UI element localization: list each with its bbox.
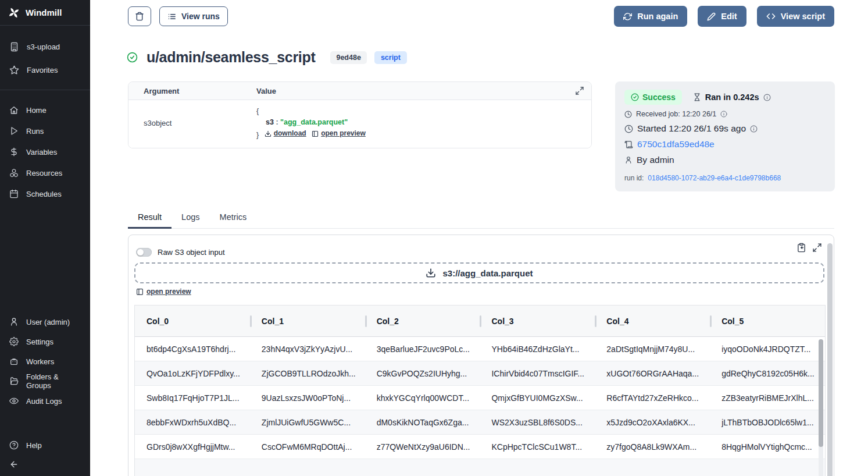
user-icon <box>9 317 19 326</box>
table-cell: dM0sKikNOTaqGx6Zga... <box>365 418 480 427</box>
sidebar-item-label: Schedules <box>26 190 62 198</box>
table-cell: YHb64iB46ZdHzGlaYt... <box>480 344 595 354</box>
column-header[interactable]: Col_4 <box>595 306 710 336</box>
sidebar-item-label: Favorites <box>27 66 58 74</box>
table-cell: zZB3eatyrRiBMEJrXlhL... <box>710 393 825 403</box>
run-again-button[interactable]: Run again <box>614 6 687 27</box>
clock-icon <box>624 111 632 118</box>
column-header[interactable]: Col_0 <box>135 306 250 336</box>
sidebar-item-settings[interactable]: Settings <box>0 332 90 351</box>
copy-clipboard-icon[interactable] <box>796 243 806 253</box>
table-row <box>135 459 825 476</box>
table-cell: z77QWeNtXzy9aU6IDN... <box>365 442 480 452</box>
windmill-logo[interactable]: Windmill <box>0 0 90 26</box>
sidebar-item-schedules[interactable]: Schedules <box>0 183 90 204</box>
received-job-time: Received job: 12:20 26/1 <box>636 110 716 118</box>
sidebar-item-user[interactable]: User (admin) <box>0 312 90 332</box>
edit-button[interactable]: Edit <box>698 6 746 27</box>
table-scrollbar[interactable] <box>819 339 823 476</box>
value-column-header: Value <box>256 87 276 95</box>
info-icon[interactable] <box>763 94 771 101</box>
table-cell: zy7fgoQ8A8Lk9WXAm... <box>595 442 710 452</box>
script-kind-badge: script <box>374 51 407 64</box>
folder-icon <box>9 376 19 386</box>
calendar-icon <box>9 189 19 198</box>
sidebar-item-s3-upload[interactable]: s3-upload <box>0 35 90 58</box>
run-id-link[interactable]: 018d4580-1072-ab29-e6a4-c1de9798b668 <box>648 174 781 182</box>
sidebar-item-label: Runs <box>26 127 44 136</box>
table-cell: QvOa1oLzKFjYDFPdlxy... <box>135 369 250 378</box>
view-runs-button[interactable]: View runs <box>159 6 228 26</box>
sidebar-item-home[interactable]: Home <box>0 100 90 120</box>
arguments-table-header: Argument Value <box>128 82 591 100</box>
main-content: View runs Run again Edit View script u/a… <box>90 0 868 476</box>
sidebar-item-label: Audit Logs <box>26 397 62 406</box>
column-header[interactable]: Col_5 <box>710 306 825 336</box>
view-script-button[interactable]: View script <box>757 6 834 27</box>
json-open-brace: { <box>256 106 366 117</box>
sidebar: Windmill s3-upload Favorites Home <box>0 0 90 476</box>
windmill-pinwheel-icon <box>8 7 20 19</box>
json-key: s3 <box>266 118 274 126</box>
column-header[interactable]: Col_2 <box>365 306 480 336</box>
tab-result[interactable]: Result <box>128 207 172 229</box>
hourglass-icon <box>693 93 701 101</box>
column-header[interactable]: Col_1 <box>250 306 365 336</box>
code-icon <box>766 12 776 21</box>
script-hash-badge[interactable]: 9ed48e <box>330 51 366 64</box>
table-cell: CscOFwM6MRqDOttAj... <box>250 442 365 452</box>
argument-name: s3object <box>128 106 256 141</box>
expand-icon[interactable] <box>812 243 822 253</box>
check-circle-icon <box>631 93 639 101</box>
result-panel-scrollbar[interactable] <box>827 243 833 476</box>
table-row: GDrs0j8wXXgfHgjjMtw... CscOFwM6MRqDOttAj… <box>135 435 825 459</box>
info-icon[interactable] <box>750 125 758 133</box>
expand-icon[interactable] <box>575 86 584 95</box>
sidebar-item-label: Workers <box>26 357 54 366</box>
sidebar-workspace-section: s3-upload Favorites <box>0 26 90 87</box>
gear-icon <box>9 337 19 346</box>
sidebar-item-help[interactable]: Help <box>0 435 90 455</box>
sidebar-item-favorites[interactable]: Favorites <box>0 58 90 81</box>
tab-logs[interactable]: Logs <box>172 207 209 229</box>
home-icon <box>9 105 19 115</box>
sidebar-item-variables[interactable]: Variables <box>0 141 90 162</box>
raw-s3-toggle[interactable] <box>136 248 152 257</box>
table-cell: GDrs0j8wXXgfHgjjMtw... <box>135 442 250 452</box>
delete-button[interactable] <box>128 6 151 26</box>
table-row: QvOa1oLzKFjYDFPdlxy... ZjGCOB9TLLROdzoJk… <box>135 361 825 386</box>
column-header[interactable]: Col_3 <box>480 306 595 336</box>
info-icon[interactable] <box>720 111 727 118</box>
sidebar-item-label: User (admin) <box>26 318 70 326</box>
scroll-icon <box>624 140 633 149</box>
sidebar-item-runs[interactable]: Runs <box>0 120 90 141</box>
table-cell: xUGOt76ORGrAAHaqa... <box>595 369 710 378</box>
result-panel: Raw S3 object input s3://agg_data.parque… <box>128 235 834 476</box>
s3-file-download-box[interactable]: s3://agg_data.parquet <box>134 262 824 283</box>
table-row: 8ebbFxWDxrh5uXdBQ... ZjmlJUiGwfU5GWw5C..… <box>135 410 825 435</box>
sidebar-item-label: Help <box>26 441 42 450</box>
table-cell: iyqoODoNk4JRDQTZT... <box>710 344 825 354</box>
table-cell: 8HqgHMolVYtighQcmc... <box>710 442 825 452</box>
started-time: Started 12:20 26/1 69s ago <box>637 123 746 134</box>
sidebar-item-audit-logs[interactable]: Audit Logs <box>0 391 90 411</box>
collapse-sidebar-button[interactable] <box>0 455 90 476</box>
table-cell: Swb8Iq17FqHjoT7P1JL... <box>135 393 250 403</box>
table-cell: 3qeBarlueJF2uvc9PoLc... <box>365 344 480 354</box>
sidebar-item-folders-groups[interactable]: Folders & Groups <box>0 371 90 391</box>
arrow-left-icon <box>9 460 81 469</box>
script-header: u/admin/seamless_script 9ed48e script <box>127 49 407 66</box>
run-status-panel: Success Ran in 0.242s Received job: 12:2… <box>615 81 835 191</box>
sidebar-item-workers[interactable]: Workers <box>0 351 90 371</box>
download-link[interactable]: download <box>265 128 306 139</box>
toolbar-right: Run again Edit View script <box>614 6 834 27</box>
job-hash-link[interactable]: 6750c1dfa59ed48e <box>637 139 715 150</box>
sidebar-item-label: Home <box>26 106 47 115</box>
argument-value-json: { s3 : "agg_data.parquet" } download <box>256 106 366 141</box>
tab-metrics[interactable]: Metrics <box>210 207 257 229</box>
open-preview-link[interactable]: open preview <box>136 287 191 296</box>
open-preview-link[interactable]: open preview <box>312 128 366 139</box>
raw-s3-toggle-row: Raw S3 object input <box>136 248 225 257</box>
table-header-row: Col_0 Col_1 Col_2 Col_3 Col_4 Col_5 <box>135 306 825 337</box>
sidebar-item-resources[interactable]: Resources <box>0 162 90 183</box>
